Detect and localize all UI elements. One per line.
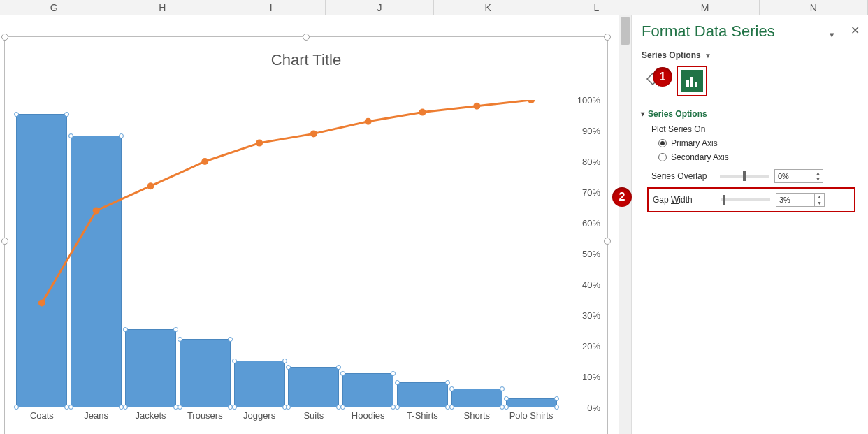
category-label: Hoodies (341, 410, 396, 421)
col-header[interactable]: K (434, 0, 542, 15)
gap-width-slider[interactable] (721, 198, 770, 201)
spinner-up-icon[interactable]: ▲ (815, 194, 824, 200)
spinner-down-icon[interactable]: ▼ (813, 176, 823, 182)
col-header[interactable]: H (108, 0, 217, 15)
axis-tick-label: 20% (582, 341, 600, 352)
chart-resize-handle[interactable] (303, 34, 310, 41)
series-overlap-slider[interactable] (720, 175, 769, 178)
series-options-icon-highlight: 1 (677, 66, 707, 96)
axis-tick-label: 60% (582, 218, 600, 229)
callout-badge-2: 2 (612, 187, 632, 207)
series-options-label: Series Options (642, 50, 701, 60)
series-overlap-value: 0% (775, 172, 813, 180)
callout-badge-1: 1 (653, 67, 672, 87)
gap-width-value: 3% (776, 196, 814, 204)
category-label: Joggers (232, 410, 287, 421)
col-header[interactable]: N (760, 0, 868, 15)
col-header[interactable]: M (651, 0, 760, 15)
axis-tick-label: 90% (582, 126, 600, 136)
chevron-down-icon: ▼ (704, 52, 711, 59)
col-header[interactable]: I (217, 0, 326, 15)
category-label: T-Shirts (396, 410, 450, 421)
svg-point-6 (365, 118, 372, 125)
category-label: Trousers (178, 410, 232, 421)
radio-icon (658, 153, 667, 161)
chart-resize-handle[interactable] (1, 34, 8, 41)
svg-point-8 (473, 103, 480, 110)
worksheet-area[interactable]: Chart Title 0%10%20%30%40%50%60%70%80%90… (0, 15, 619, 434)
svg-point-1 (93, 207, 100, 214)
gap-width-label: Gap Width (653, 195, 716, 205)
axis-tick-label: 100% (577, 95, 600, 106)
chart-resize-handle[interactable] (1, 238, 8, 245)
spinner-up-icon[interactable]: ▲ (813, 170, 823, 176)
series-overlap-label: Series Overlap (651, 171, 714, 181)
plot-area[interactable] (15, 100, 558, 407)
svg-point-5 (310, 130, 317, 137)
svg-point-2 (147, 182, 154, 189)
spinner-down-icon[interactable]: ▼ (815, 200, 824, 206)
svg-point-4 (256, 140, 263, 147)
svg-point-9 (528, 100, 535, 103)
category-axis-labels: CoatsJeansJacketsTrousersJoggersSuitsHoo… (15, 410, 558, 421)
svg-point-0 (38, 299, 45, 306)
svg-point-7 (419, 109, 426, 116)
col-header[interactable]: G (0, 0, 108, 15)
gap-width-input[interactable]: 3% ▲▼ (776, 193, 825, 207)
series-options-dropdown[interactable]: Series Options ▼ (642, 50, 855, 60)
format-pane: Format Data Series ▾ ✕ Series Options ▼ … (631, 15, 868, 434)
axis-tick-label: 40% (582, 280, 600, 290)
svg-rect-11 (690, 77, 693, 87)
axis-tick-label: 10% (582, 372, 600, 382)
category-label: Jackets (124, 410, 178, 421)
category-label: Jeans (69, 410, 124, 421)
axis-tick-label: 70% (582, 187, 600, 198)
chart-object[interactable]: Chart Title 0%10%20%30%40%50%60%70%80%90… (4, 36, 608, 434)
gap-width-row: Gap Width 3% ▲▼ (653, 193, 850, 207)
col-header[interactable]: J (326, 0, 434, 15)
svg-rect-12 (695, 82, 697, 87)
axis-tick-label: 80% (582, 157, 600, 167)
category-label: Coats (15, 410, 69, 421)
cumulative-line[interactable] (15, 100, 558, 407)
gap-width-highlight: 2 Gap Width 3% ▲▼ (647, 187, 855, 212)
plot-series-on-label: Plot Series On (651, 124, 855, 134)
pane-title: Format Data Series (642, 22, 855, 41)
chart-resize-handle[interactable] (604, 238, 611, 245)
column-header-row: G H I J K L M N (0, 0, 868, 15)
category-label: Polo Shirts (504, 410, 558, 421)
svg-point-3 (201, 158, 208, 165)
radio-icon (658, 139, 667, 147)
category-label: Suits (287, 410, 341, 421)
svg-rect-10 (686, 80, 689, 87)
series-options-icon[interactable] (681, 70, 703, 92)
close-icon[interactable]: ✕ (851, 24, 860, 37)
chart-resize-handle[interactable] (604, 34, 611, 41)
col-header[interactable]: L (542, 0, 651, 15)
axis-tick-label: 0% (587, 403, 600, 413)
secondary-axis-labels: 0%10%20%30%40%50%60%70%80%90%100% (565, 100, 600, 407)
vertical-scrollbar[interactable] (619, 15, 631, 434)
secondary-axis-radio[interactable]: Secondary Axis (658, 152, 855, 162)
series-overlap-input[interactable]: 0% ▲▼ (774, 169, 823, 183)
chart-title[interactable]: Chart Title (5, 51, 607, 69)
primary-axis-radio[interactable]: Primary Axis (658, 138, 855, 148)
axis-tick-label: 50% (582, 249, 600, 259)
series-overlap-row: Series Overlap 0% ▲▼ (651, 169, 855, 183)
series-options-section-header[interactable]: Series Options (642, 109, 855, 119)
category-label: Shorts (449, 410, 504, 421)
scrollbar-thumb[interactable] (621, 17, 630, 45)
axis-tick-label: 30% (582, 310, 600, 321)
pane-dropdown-icon[interactable]: ▾ (830, 29, 834, 40)
